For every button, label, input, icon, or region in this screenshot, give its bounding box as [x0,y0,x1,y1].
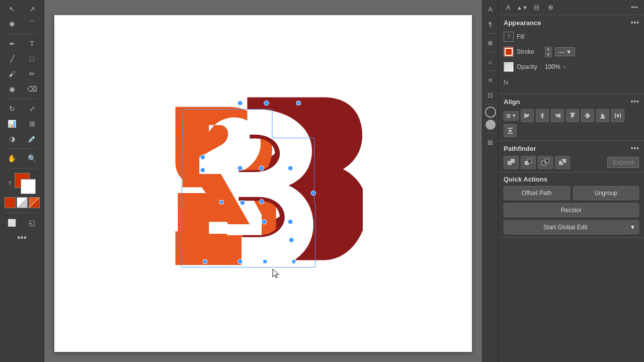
svg-rect-23 [559,113,560,118]
svg-point-0 [200,155,205,160]
stroke-color-icon[interactable] [504,47,514,57]
fill-label: Fill [517,33,542,40]
graph-tool[interactable]: 📊 [2,117,22,131]
hand-tool[interactable]: ✋ [2,151,22,165]
svg-rect-36 [620,113,621,118]
gradient-swatch[interactable] [29,197,40,208]
select-tool[interactable]: ↖ [2,2,22,16]
eraser-tool[interactable]: ⌫ [22,82,42,96]
start-global-edit-button[interactable]: Start Global Edit [504,220,627,234]
direct-select-tool[interactable]: ↗ [22,2,42,16]
svg-rect-27 [571,114,573,118]
lasso-tool[interactable]: ⌒ [22,17,42,31]
svg-point-4 [288,166,293,171]
panel-link-icon[interactable]: ⊕ [545,2,556,13]
align-top-btn[interactable] [566,109,579,122]
svg-rect-44 [528,159,532,163]
right-strip: A ¶ ⊕ ⌂ ≡ ⊡ ⊞ [482,0,498,362]
appearance-more[interactable]: ••• [630,18,639,27]
blob-tool[interactable]: ◉ [2,82,22,96]
right-panel: A ▲▼ ⊟ ⊕ ••• Appearance ••• ? Fill Strok… [498,0,644,362]
scale-tool[interactable]: ⤢ [22,102,42,116]
pathfinder-unite[interactable] [504,156,519,169]
align-more[interactable]: ••• [630,97,639,106]
align-to-dropdown[interactable]: ⊞ ▼ [504,111,519,121]
pathfinder-minus-front[interactable] [521,156,536,169]
stroke-stepper[interactable]: ▲ ▼ [545,47,552,57]
ungroup-button[interactable]: Ungroup [573,186,639,200]
panel-text-icon[interactable]: A [503,2,514,13]
artboard-icon[interactable]: ⊡ [484,88,498,102]
svg-rect-15 [292,259,296,263]
top-icon-group: A ▲▼ ⊟ ⊕ [503,2,556,13]
eyedropper-tool[interactable]: 💉 [22,132,42,146]
magic-wand-tool[interactable]: ✱ [2,17,22,31]
fill-swatch[interactable] [5,197,16,208]
panel-more-dots[interactable]: ••• [629,2,640,13]
pencil-tool[interactable]: ✏ [22,67,42,81]
draw-inside-btn[interactable]: ◱ [22,216,42,230]
grid-icon[interactable]: ⊞ [484,135,498,149]
align-center-v-btn[interactable] [581,109,594,122]
distribute-h-btn[interactable] [611,109,624,122]
link-icon[interactable]: ⊕ [484,36,498,50]
align-left-btn[interactable] [521,109,534,122]
artwork-container[interactable] [141,83,363,284]
opacity-icon[interactable]: ⬜ [504,62,514,72]
panel-char-icon[interactable]: ▲▼ [517,2,528,13]
quick-actions-section: Quick Actions Offset Path Ungroup Recolo… [499,172,644,238]
recolor-button[interactable]: Recolor [504,203,639,217]
background-color[interactable] [21,179,36,194]
panel-align-icon[interactable]: ⊟ [531,2,542,13]
circle-empty[interactable] [485,107,496,118]
qa-row-2: Recolor [504,203,639,217]
fx-button[interactable]: fx [504,78,509,86]
fill-question-icon[interactable]: ? [504,32,514,42]
opacity-chevron[interactable]: › [564,63,566,70]
type-tool[interactable]: T [22,37,42,51]
more-tools[interactable]: ••• [15,231,29,245]
align-center-h-btn[interactable] [536,109,549,122]
paintbrush-tool[interactable]: 🖌 [2,67,22,81]
stroke-dropdown[interactable]: — ▼ [555,47,575,56]
qa-row-1: Offset Path Ungroup [504,186,639,200]
stroke-swatch[interactable] [17,197,28,208]
align-bottom-btn[interactable] [596,109,609,122]
svg-rect-20 [542,113,543,119]
home-icon[interactable]: ⌂ [484,54,498,68]
layers-icon[interactable]: ≡ [484,73,498,87]
svg-rect-14 [263,259,267,263]
distribute-v-btn[interactable] [504,124,517,137]
zoom-tool[interactable]: 🔍 [22,151,42,165]
svg-rect-22 [541,116,544,117]
draw-mode-btn[interactable]: ⬜ [2,216,22,230]
color-swatch-large[interactable] [15,173,36,194]
appearance-stroke-row: Stroke ▲ ▼ — ▼ [504,45,639,58]
svg-point-3 [237,166,243,171]
artboard [54,15,472,352]
text-icon[interactable]: A [484,2,498,16]
line-tool[interactable]: ╱ [2,52,22,66]
pen-tool[interactable]: ✒ [2,37,22,51]
paragraph-icon[interactable]: ¶ [484,17,498,31]
svg-point-13 [237,259,243,264]
svg-rect-38 [508,128,513,129]
mesh-tool[interactable]: ⊞ [22,117,42,131]
rect-tool[interactable]: □ [22,52,42,66]
question-mark[interactable]: ? [8,180,11,187]
pathfinder-more[interactable]: ••• [630,144,639,153]
svg-point-2 [259,166,264,171]
quick-actions-buttons: Offset Path Ungroup Recolor Start Global… [504,186,639,234]
rotate-tool[interactable]: ↻ [2,102,22,116]
pathfinder-exclude[interactable] [555,156,570,169]
circle-filled[interactable] [486,120,496,130]
gradient-tool[interactable]: ◑ [2,132,22,146]
align-right-btn[interactable] [551,109,564,122]
global-edit-dropdown-arrow[interactable]: ▼ [627,220,639,234]
offset-path-button[interactable]: Offset Path [504,186,570,200]
pathfinder-intersect[interactable] [538,156,553,169]
opacity-value: 100% [545,63,560,70]
svg-point-9 [262,219,267,224]
svg-rect-25 [556,116,559,117]
align-header: Align ••• [504,97,639,106]
